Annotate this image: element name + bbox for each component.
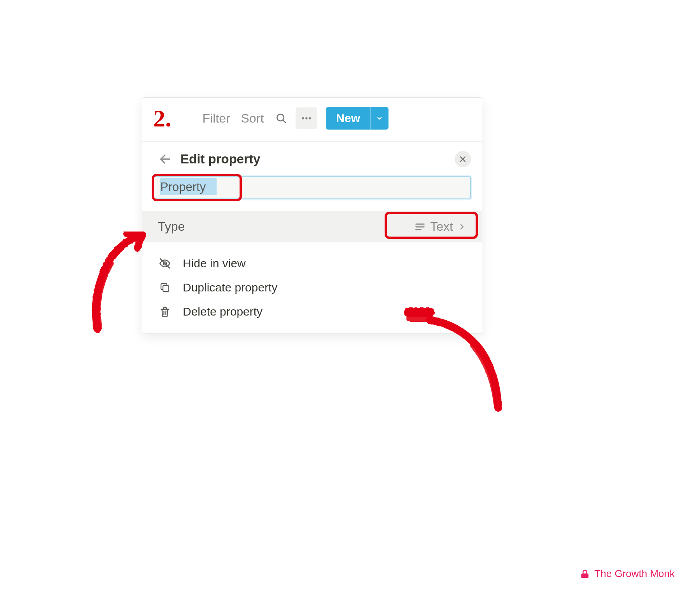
close-icon [459, 155, 467, 163]
hide-in-view-option[interactable]: Hide in view [142, 251, 482, 275]
trash-icon [158, 306, 172, 318]
new-button-group: New [326, 107, 388, 130]
chevron-right-icon [458, 223, 466, 231]
type-label: Type [158, 219, 410, 234]
type-row-wrap: Type Text [142, 211, 482, 242]
brand-icon [579, 568, 590, 579]
svg-rect-13 [163, 286, 169, 291]
type-value: Text [430, 219, 453, 234]
dots-horizontal-icon [301, 112, 312, 124]
property-options-list: Hide in view Duplicate property [142, 245, 482, 333]
new-button-dropdown[interactable] [370, 107, 388, 130]
option-label: Hide in view [183, 257, 246, 270]
sort-button[interactable]: Sort [238, 110, 267, 127]
property-name-row: Property [142, 176, 482, 207]
panel-header: Edit property [142, 142, 482, 176]
chevron-down-icon [376, 115, 383, 122]
svg-point-4 [309, 117, 311, 119]
delete-property-option[interactable]: Delete property [142, 300, 482, 324]
attribution: The Growth Monk [579, 568, 675, 580]
database-toolbar: 2. Filter Sort New [142, 98, 482, 141]
search-icon [275, 112, 287, 124]
back-button[interactable] [159, 153, 172, 166]
search-button[interactable] [271, 109, 291, 128]
svg-point-2 [302, 117, 304, 119]
duplicate-icon [158, 282, 172, 293]
annotation-step-number: 2. [153, 106, 172, 130]
close-button[interactable] [455, 151, 471, 167]
text-type-icon [415, 221, 425, 232]
panel-title: Edit property [180, 152, 455, 167]
duplicate-property-option[interactable]: Duplicate property [142, 275, 482, 300]
brand-name: The Growth Monk [594, 568, 675, 580]
eye-off-icon [158, 257, 172, 270]
filter-button[interactable]: Filter [200, 110, 233, 127]
option-label: Duplicate property [183, 281, 277, 294]
svg-point-3 [306, 117, 308, 119]
new-button[interactable]: New [326, 107, 370, 130]
svg-line-1 [283, 120, 285, 123]
more-options-button[interactable] [296, 107, 317, 129]
property-name-input[interactable] [153, 176, 471, 199]
type-value-group: Text [410, 218, 474, 235]
arrow-left-icon [159, 153, 172, 166]
option-label: Delete property [183, 305, 262, 318]
type-selector[interactable]: Type Text [142, 211, 482, 242]
property-editor-popup: 2. Filter Sort New [142, 97, 482, 333]
